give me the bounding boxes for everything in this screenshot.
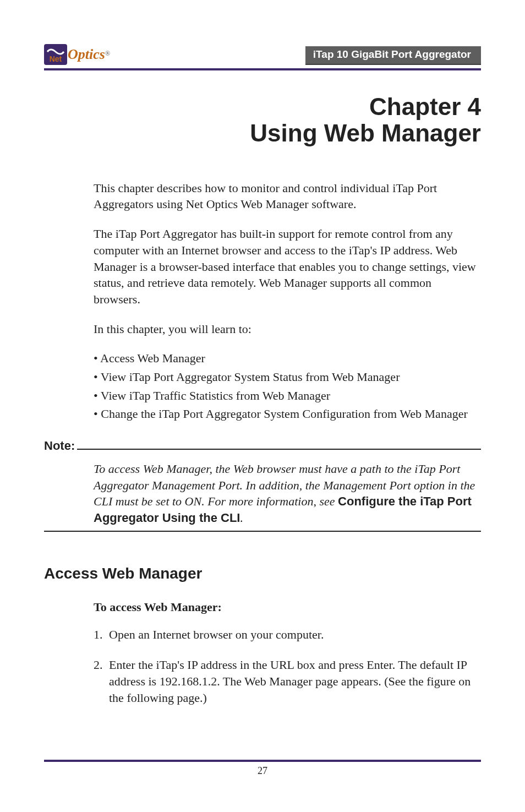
header-divider	[44, 68, 481, 70]
note-top-rule	[77, 442, 481, 450]
chapter-title: Using Web Manager	[44, 120, 481, 146]
list-item: Change the iTap Port Aggregator System C…	[94, 406, 481, 422]
footer-divider	[44, 760, 481, 762]
note-bottom-rule	[44, 531, 481, 532]
logo-registered-icon: ®	[105, 50, 110, 57]
list-item: View iTap Traffic Statistics from Web Ma…	[94, 388, 481, 404]
note-label: Note:	[44, 439, 75, 453]
step-text: Open an Internet browser on your compute…	[109, 626, 324, 643]
chapter-heading: Chapter 4 Using Web Manager	[44, 94, 481, 147]
step-number: 2.	[94, 657, 109, 706]
step-number: 1.	[94, 626, 109, 643]
note-heading-row: Note:	[44, 439, 481, 453]
list-item: Access Web Manager	[94, 350, 481, 367]
logo-mark-icon: Net	[44, 44, 67, 65]
step-item: 2. Enter the iTap's IP address in the UR…	[94, 657, 481, 706]
note-body-tail: .	[240, 511, 243, 525]
intro-block: This chapter describes how to monitor an…	[94, 180, 481, 422]
note-body: To access Web Manager, the Web browser m…	[94, 461, 481, 526]
step-item: 1. Open an Internet browser on your comp…	[94, 626, 481, 643]
intro-p2: The iTap Port Aggregator has built-in su…	[94, 226, 481, 307]
logo-text-optics: Optics	[68, 46, 105, 62]
learn-list: Access Web Manager View iTap Port Aggreg…	[94, 350, 481, 422]
page-number: 27	[44, 765, 481, 777]
section-heading: Access Web Manager	[44, 565, 481, 582]
product-title-bar: iTap 10 GigaBit Port Aggregator	[305, 46, 481, 65]
list-item: View iTap Port Aggregator System Status …	[94, 369, 481, 385]
logo: Net Optics®	[44, 44, 110, 65]
page-footer: 27	[44, 760, 481, 777]
section-subheading: To access Web Manager:	[94, 600, 481, 614]
intro-p1: This chapter describes how to monitor an…	[94, 180, 481, 212]
svg-text:Net: Net	[50, 55, 62, 63]
step-text: Enter the iTap's IP address in the URL b…	[109, 657, 481, 706]
intro-p3: In this chapter, you will learn to:	[94, 321, 481, 337]
numbered-steps: 1. Open an Internet browser on your comp…	[94, 626, 481, 706]
chapter-label: Chapter 4	[44, 94, 481, 120]
page-header: Net Optics® iTap 10 GigaBit Port Aggrega…	[44, 44, 481, 65]
